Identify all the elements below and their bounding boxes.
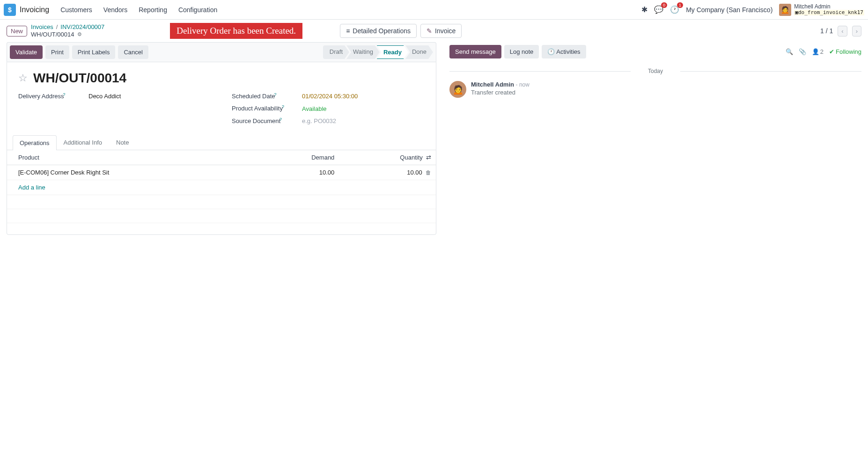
send-message-button[interactable]: Send message — [449, 45, 501, 58]
cell-demand[interactable]: 10.00 — [262, 165, 339, 180]
scheduled-date-label: Scheduled Date? — [232, 92, 302, 100]
help-icon[interactable]: ? — [282, 104, 284, 109]
detailed-operations-button[interactable]: ≡Detailed Operations — [340, 24, 417, 38]
search-icon[interactable]: 🔍 — [786, 48, 793, 55]
add-line-link[interactable]: Add a line — [18, 184, 45, 191]
availability-label: Product Availability? — [232, 104, 302, 112]
empty-row — [7, 209, 436, 223]
availability-value: Available — [302, 105, 327, 112]
col-demand[interactable]: Demand — [262, 150, 339, 165]
msg-time: - now — [516, 81, 530, 88]
gear-icon[interactable]: ⚙ — [77, 31, 82, 37]
source-doc-label: Source Document? — [232, 117, 302, 124]
breadcrumb-current: WH/OUT/00014⚙ — [31, 31, 104, 38]
user-menu[interactable]: 🙍 Mitchell Admin ▣do_from_invoice_knk17 — [779, 4, 864, 16]
company-switcher[interactable]: My Company (San Francisco) — [686, 6, 772, 14]
nav-vendors[interactable]: Vendors — [103, 6, 127, 14]
source-doc-input[interactable]: e.g. PO0032 — [302, 117, 336, 124]
app-icon[interactable]: $ — [4, 4, 16, 16]
status-draft[interactable]: Draft — [323, 45, 349, 59]
help-icon[interactable]: ? — [63, 92, 66, 97]
new-button[interactable]: New — [7, 26, 27, 36]
user-db: ▣do_from_invoice_knk17 — [794, 10, 864, 15]
help-icon[interactable]: ? — [274, 92, 277, 97]
bug-icon[interactable]: ✱ — [641, 5, 647, 14]
tab-note[interactable]: Note — [109, 135, 136, 150]
activities-icon[interactable]: 🕐1 — [670, 5, 679, 14]
cell-quantity[interactable]: 10.00 🗑 — [339, 165, 436, 180]
help-icon[interactable]: ? — [280, 117, 282, 122]
msg-author[interactable]: Mitchell Admin — [471, 81, 514, 88]
print-button[interactable]: Print — [45, 45, 69, 59]
activities-button[interactable]: 🕐 Activities — [542, 45, 586, 58]
list-icon: ≡ — [346, 27, 350, 35]
breadcrumb: Invoices / INV/2024/00007 WH/OUT/00014⚙ — [31, 23, 104, 38]
date-divider: Today — [449, 68, 861, 74]
clock-icon: 🕐 — [547, 48, 555, 55]
messages-icon[interactable]: 💬0 — [654, 5, 663, 14]
col-product[interactable]: Product — [7, 150, 262, 165]
status-done[interactable]: Done — [405, 45, 433, 59]
pager-prev[interactable]: ‹ — [838, 26, 847, 36]
status-waiting[interactable]: Waiting — [346, 45, 380, 59]
status-bar: Draft Waiting Ready Done — [326, 45, 433, 59]
status-ready[interactable]: Ready — [377, 45, 408, 59]
empty-row — [7, 195, 436, 209]
print-labels-button[interactable]: Print Labels — [72, 45, 116, 59]
messages-badge: 0 — [661, 2, 667, 8]
scheduled-date-value[interactable]: 01/02/2024 05:30:00 — [302, 93, 358, 100]
tab-operations[interactable]: Operations — [13, 135, 57, 150]
msg-text: Transfer created — [471, 89, 530, 96]
doc-title: WH/OUT/00014 — [33, 71, 126, 86]
table-row[interactable]: [E-COM06] Corner Desk Right Sit 10.00 10… — [7, 165, 436, 180]
app-name[interactable]: Invoicing — [20, 6, 49, 14]
action-toolbar: Validate Print Print Labels Cancel Draft… — [7, 42, 436, 62]
edit-icon: ✎ — [427, 27, 432, 35]
person-icon: 👤 — [812, 48, 819, 55]
tab-additional-info[interactable]: Additional Info — [57, 135, 109, 150]
trash-icon[interactable]: 🗑 — [426, 169, 431, 176]
alert-banner: Delivery Order has been Created. — [170, 23, 302, 39]
following-button[interactable]: ✔Following — [829, 48, 861, 55]
activities-badge: 1 — [677, 2, 683, 8]
col-quantity[interactable]: Quantity ⇄ — [339, 150, 436, 165]
operations-table: Product Demand Quantity ⇄ [E-COM06] Corn… — [7, 150, 436, 223]
nav-menu: Customers Vendors Reporting Configuratio… — [60, 6, 217, 14]
invoice-button[interactable]: ✎Invoice — [420, 24, 462, 38]
add-line-row[interactable]: Add a line — [7, 180, 436, 195]
breadcrumb-mid[interactable]: INV/2024/00007 — [60, 23, 104, 31]
star-icon[interactable]: ☆ — [18, 72, 28, 84]
nav-reporting[interactable]: Reporting — [139, 6, 167, 14]
attachment-icon[interactable]: 📎 — [799, 48, 806, 55]
pager: 1 / 1 — [820, 27, 833, 35]
log-note-button[interactable]: Log note — [504, 45, 539, 58]
check-icon: ✔ — [829, 48, 834, 55]
nav-configuration[interactable]: Configuration — [178, 6, 217, 14]
avatar: 🙍 — [779, 4, 791, 16]
delivery-address-value[interactable]: Deco Addict — [88, 93, 121, 100]
breadcrumb-sep: / — [56, 23, 58, 31]
validate-button[interactable]: Validate — [10, 45, 43, 59]
adjust-icon[interactable]: ⇄ — [426, 154, 431, 161]
delivery-address-label: Delivery Address? — [18, 92, 88, 100]
followers-count[interactable]: 👤2 — [812, 48, 824, 55]
msg-avatar: 🙍 — [449, 81, 466, 98]
cell-product[interactable]: [E-COM06] Corner Desk Right Sit — [7, 165, 262, 180]
chatter-message: 🙍 Mitchell Admin - now Transfer created — [449, 81, 861, 98]
pager-next[interactable]: › — [852, 26, 861, 36]
cancel-button[interactable]: Cancel — [118, 45, 148, 59]
breadcrumb-root[interactable]: Invoices — [31, 23, 53, 31]
nav-customers[interactable]: Customers — [60, 6, 92, 14]
